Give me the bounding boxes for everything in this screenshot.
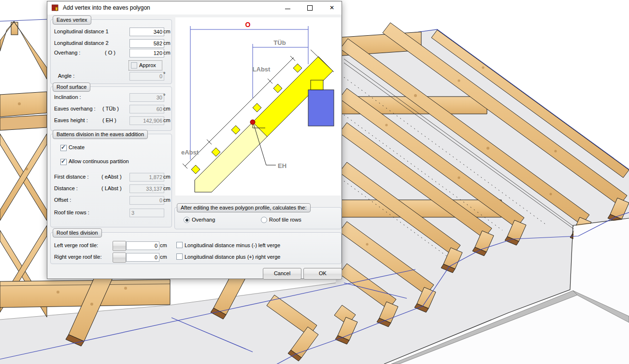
- approx-checkbox-group[interactable]: Approx: [129, 60, 162, 70]
- unit-label: cm: [160, 254, 167, 260]
- field-label: Eaves height :: [54, 117, 88, 123]
- eaves-overhang-input: [129, 105, 164, 113]
- create-checkbox[interactable]: [60, 145, 67, 151]
- symbol-label: ( EH ): [102, 117, 116, 123]
- unit-label: cm: [163, 50, 171, 56]
- field-label: Offset :: [54, 197, 71, 203]
- plus-right-verge-label: Longitudinal distance plus (+) right ver…: [185, 254, 280, 260]
- allow-continuous-partition-label: Allow continuous partition: [69, 158, 129, 164]
- longitudinal-distance-2-input[interactable]: [129, 39, 164, 48]
- unit-label: cm: [163, 174, 171, 180]
- wall-block: [308, 90, 334, 126]
- distance-input: [129, 184, 164, 193]
- inclination-input: [129, 93, 164, 102]
- field-label: Angle :: [58, 73, 74, 79]
- field-label: Longitudinal distance 1: [54, 28, 109, 34]
- group-after-editing: After editing the eaves polygon profile,…: [174, 207, 342, 229]
- field-label: First distance :: [54, 174, 89, 180]
- label-eh: EH: [278, 162, 286, 169]
- group-eaves-vertex: Eaves vertex Longitudinal distance 1 cm …: [50, 19, 172, 84]
- close-icon: ✕: [329, 4, 334, 11]
- minus-left-verge-label: Longitudinal distance minus (-) left ver…: [185, 242, 280, 248]
- left-verge-input[interactable]: [126, 241, 159, 250]
- overhang-input[interactable]: [129, 49, 164, 57]
- field-label: Longitudinal distance 2: [54, 40, 109, 46]
- field-label: Eaves overhang :: [54, 106, 96, 112]
- plus-right-verge-checkbox[interactable]: [176, 253, 183, 260]
- eaves-profile-diagram: O TÜb LAbst eAbst EH: [175, 17, 341, 196]
- create-label: Create: [69, 144, 85, 150]
- unit-label: °: [163, 71, 165, 77]
- group-roof-tiles-division: Roof tiles division Left verge roof tile…: [50, 232, 342, 264]
- unit-label: cm: [163, 106, 171, 112]
- minimize-button[interactable]: [278, 1, 297, 14]
- field-label: Overhang :: [54, 50, 80, 56]
- overhang-radio[interactable]: [184, 217, 190, 223]
- unit-label: cm: [163, 185, 171, 191]
- first-distance-input: [129, 173, 164, 182]
- maximize-button[interactable]: [300, 1, 319, 14]
- allow-continuous-partition-checkbox[interactable]: [60, 159, 67, 165]
- vertex-point[interactable]: [250, 120, 255, 125]
- unit-label: cm: [163, 117, 171, 123]
- group-caption: Battens division in the eaves addition: [53, 130, 148, 139]
- application-viewport: Add vertex into the eaves polygon ✕ Eave…: [0, 0, 629, 364]
- app-icon: [52, 4, 59, 12]
- eaves-height-input: [129, 116, 164, 125]
- group-caption: Roof surface: [53, 83, 90, 92]
- roof-tile-rows-radio[interactable]: [261, 217, 267, 223]
- angle-input: [129, 72, 164, 81]
- right-verge-input[interactable]: [126, 253, 159, 262]
- group-caption: Roof tiles division: [53, 228, 102, 238]
- group-battens-division: Battens division in the eaves addition C…: [50, 134, 172, 227]
- symbol-label: ( eAbst ): [101, 174, 122, 180]
- group-roof-surface: Roof surface Inclination : ° Eaves overh…: [50, 86, 172, 131]
- minus-left-verge-checkbox[interactable]: [176, 242, 183, 248]
- left-verge-picker-button[interactable]: [113, 241, 126, 251]
- ok-button[interactable]: OK: [303, 268, 342, 280]
- unit-label: cm: [163, 28, 171, 34]
- longitudinal-distance-1-input[interactable]: [129, 28, 164, 36]
- close-button[interactable]: ✕: [323, 1, 341, 14]
- field-label: Inclination :: [54, 94, 81, 100]
- field-label: Roof tile rows :: [54, 210, 89, 215]
- roof-tile-rows-radio-label: Roof tile rows: [269, 217, 301, 223]
- field-label: Right verge roof tile:: [54, 254, 101, 260]
- approx-checkbox[interactable]: [131, 62, 137, 69]
- unit-label: cm: [160, 242, 167, 248]
- label-tub: TÜb: [273, 39, 286, 46]
- group-caption: Eaves vertex: [53, 15, 91, 25]
- label-eabst: eAbst: [181, 149, 199, 156]
- symbol-label: ( LAbst ): [101, 185, 122, 191]
- unit-label: cm: [163, 197, 171, 203]
- field-label: Distance :: [54, 185, 78, 191]
- unit-label: cm: [163, 40, 171, 46]
- wall-plate-block: [311, 80, 323, 90]
- roof-tile-rows-input[interactable]: [129, 209, 164, 217]
- minimize-icon: [285, 9, 290, 9]
- cancel-button[interactable]: Cancel: [263, 268, 301, 280]
- offset-input[interactable]: [129, 196, 164, 205]
- dialog-title: Add vertex into the eaves polygon: [63, 1, 150, 14]
- overhang-radio-label: Overhang: [192, 217, 215, 223]
- label-labst: LAbst: [253, 66, 271, 73]
- label-o: O: [245, 21, 251, 28]
- dialog-titlebar[interactable]: Add vertex into the eaves polygon ✕: [47, 1, 342, 14]
- dialog-add-vertex: Add vertex into the eaves polygon ✕ Eave…: [47, 1, 342, 279]
- symbol-label: ( TÜb ): [102, 106, 119, 112]
- group-caption: After editing the eaves polygon profile,…: [177, 203, 311, 212]
- maximize-icon: [307, 5, 313, 11]
- approx-label: Approx: [139, 62, 156, 68]
- symbol-label: ( O ): [105, 50, 115, 56]
- right-verge-picker-button[interactable]: [113, 252, 126, 263]
- field-label: Left verge roof tile:: [54, 242, 98, 248]
- unit-label: °: [163, 93, 165, 98]
